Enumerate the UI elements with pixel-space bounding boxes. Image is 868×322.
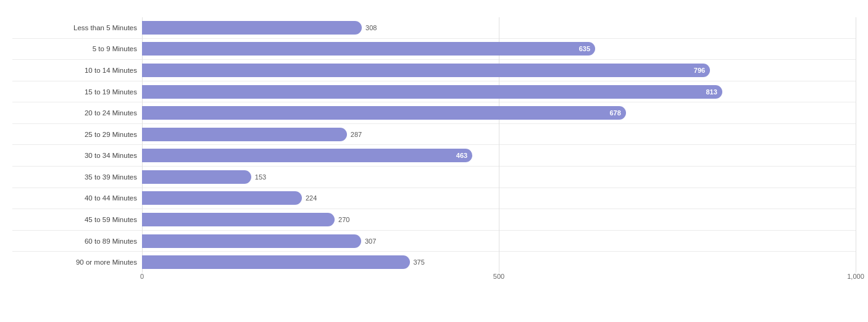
bar-value-label: 635 — [579, 45, 590, 52]
bar-row: 15 to 19 Minutes813 — [12, 81, 856, 103]
bar-row: Less than 5 Minutes308 — [12, 17, 856, 39]
bar-row: 35 to 39 Minutes153 — [12, 167, 856, 188]
bar-fill — [142, 21, 362, 35]
bar-value-label: 463 — [456, 152, 467, 159]
bar-value-outside-label: 308 — [365, 24, 377, 31]
x-axis-tick: 1,000 — [847, 273, 864, 280]
x-axis: 05001,000 — [142, 273, 856, 285]
bar-value-outside-label: 287 — [351, 131, 362, 138]
bar-label: 5 to 9 Minutes — [12, 45, 142, 52]
bar-value-label: 813 — [706, 88, 717, 96]
bar-track: 307 — [142, 234, 856, 248]
bar-fill — [142, 191, 302, 205]
bar-row: 25 to 29 Minutes287 — [12, 124, 856, 146]
bar-track: 375 — [142, 255, 856, 269]
bar-track: 153 — [142, 170, 856, 184]
x-axis-tick: 0 — [140, 273, 144, 280]
chart-container: Less than 5 Minutes3085 to 9 Minutes6351… — [0, 0, 868, 322]
bar-fill — [142, 255, 410, 269]
bar-track: 270 — [142, 213, 856, 226]
bar-value-label: 796 — [694, 67, 705, 74]
bar-fill: 463 — [142, 149, 472, 162]
bar-row: 60 to 89 Minutes307 — [12, 231, 856, 252]
bar-label: 15 to 19 Minutes — [12, 88, 142, 96]
bar-track: 796 — [142, 64, 856, 77]
bar-row: 10 to 14 Minutes796 — [12, 60, 856, 81]
bar-label: 10 to 14 Minutes — [12, 67, 142, 74]
bar-label: 60 to 89 Minutes — [12, 237, 142, 245]
bar-fill: 678 — [142, 106, 626, 120]
bar-track: 224 — [142, 191, 856, 205]
x-axis-tick: 500 — [493, 273, 504, 280]
bar-fill: 813 — [142, 85, 722, 99]
bar-track: 635 — [142, 42, 856, 56]
bar-label: Less than 5 Minutes — [12, 24, 142, 31]
bar-value-label: 678 — [609, 109, 620, 117]
grid-line — [856, 17, 856, 273]
bar-fill — [142, 170, 251, 184]
bar-value-outside-label: 153 — [255, 173, 266, 181]
bar-row: 40 to 44 Minutes224 — [12, 188, 856, 210]
bar-label: 20 to 24 Minutes — [12, 109, 142, 117]
bar-fill — [142, 128, 347, 141]
bar-value-outside-label: 307 — [365, 237, 376, 245]
bar-track: 308 — [142, 21, 856, 35]
bar-label: 90 or more Minutes — [12, 258, 142, 266]
bar-row: 45 to 59 Minutes270 — [12, 209, 856, 231]
bar-label: 25 to 29 Minutes — [12, 131, 142, 138]
bar-row: 90 or more Minutes375 — [12, 252, 856, 273]
bar-track: 678 — [142, 106, 856, 120]
bar-fill — [142, 213, 335, 226]
bars-area: Less than 5 Minutes3085 to 9 Minutes6351… — [12, 17, 856, 273]
bar-label: 35 to 39 Minutes — [12, 173, 142, 181]
bar-label: 40 to 44 Minutes — [12, 194, 142, 202]
bar-fill: 796 — [142, 64, 710, 77]
bar-fill: 635 — [142, 42, 595, 56]
bar-value-outside-label: 375 — [414, 258, 425, 266]
chart-body: Less than 5 Minutes3085 to 9 Minutes6351… — [12, 17, 856, 285]
bar-row: 20 to 24 Minutes678 — [12, 102, 856, 124]
bar-label: 45 to 59 Minutes — [12, 216, 142, 223]
bar-fill — [142, 234, 361, 248]
bar-value-outside-label: 224 — [306, 194, 317, 202]
bar-track: 463 — [142, 149, 856, 162]
bar-row: 5 to 9 Minutes635 — [12, 39, 856, 60]
bar-row: 30 to 34 Minutes463 — [12, 145, 856, 167]
bar-track: 813 — [142, 85, 856, 99]
bar-track: 287 — [142, 128, 856, 141]
bar-label: 30 to 34 Minutes — [12, 152, 142, 159]
bar-value-outside-label: 270 — [338, 216, 349, 223]
